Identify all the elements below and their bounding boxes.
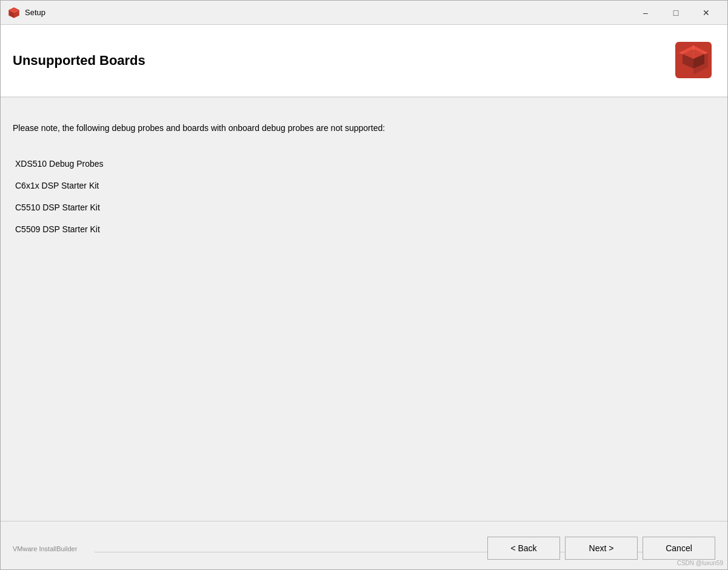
brand-label: VMware InstallBuilder (13, 545, 77, 552)
description-text: Please note, the following debug probes … (13, 122, 715, 135)
window-controls: – □ ✕ (632, 4, 720, 22)
back-button[interactable]: < Back (487, 537, 560, 560)
window-title: Setup (25, 8, 632, 17)
title-bar: Setup – □ ✕ (1, 1, 727, 25)
list-item: C5509 DSP Starter Kit (15, 224, 715, 234)
minimize-button[interactable]: – (632, 4, 660, 22)
watermark: CSDN @luxun59 (677, 560, 723, 566)
maximize-button[interactable]: □ (662, 4, 690, 22)
header-section: Unsupported Boards (1, 25, 727, 98)
page-title: Unsupported Boards (13, 53, 145, 69)
header-logo (673, 39, 715, 82)
list-item: C5510 DSP Starter Kit (15, 203, 715, 212)
cancel-button[interactable]: Cancel (643, 537, 715, 560)
list-item: C6x1x DSP Starter Kit (15, 181, 715, 190)
board-list: XDS510 Debug Probes C6x1x DSP Starter Ki… (13, 159, 715, 234)
main-content: Please note, the following debug probes … (1, 98, 727, 521)
footer-buttons: < Back Next > Cancel (487, 537, 715, 560)
next-button[interactable]: Next > (565, 537, 638, 560)
app-icon (8, 7, 20, 19)
setup-window: Setup – □ ✕ Unsupported Boards (0, 0, 728, 570)
footer: VMware InstallBuilder < Back Next > Canc… (1, 521, 727, 569)
list-item: XDS510 Debug Probes (15, 159, 715, 169)
close-button[interactable]: ✕ (692, 4, 720, 22)
